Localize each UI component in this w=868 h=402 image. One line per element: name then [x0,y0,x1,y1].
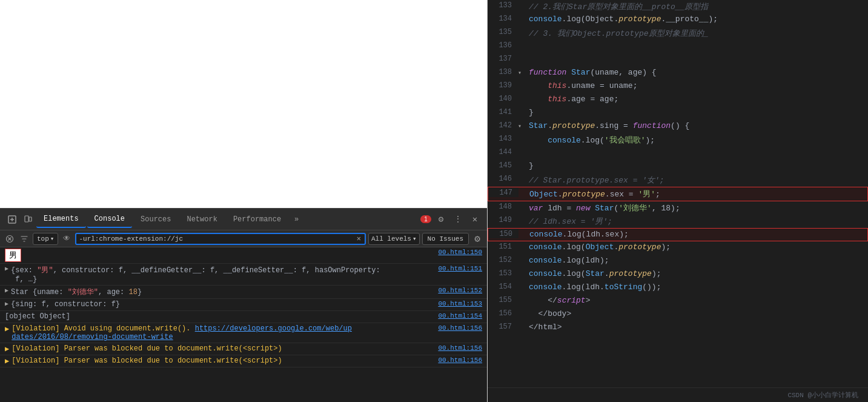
collapse-145 [518,160,526,162]
collapse-148 [518,201,526,204]
entry-8-content: [Violation] Parser was blocked due to do… [12,357,433,365]
entry-1-source[interactable]: 00.html:150 [438,249,482,256]
code-line-138: 138 ▾ function Star(uname, age) { [488,67,868,80]
entry-2-source[interactable]: 00.html:151 [438,265,482,272]
collapse-142[interactable]: ▾ [518,120,526,130]
code-line-147: 147 Object.prototype.sex = '男'; [488,187,868,201]
line-num-133: 133 [488,0,518,10]
entry-4-source[interactable]: 00.html:153 [438,300,482,307]
code-editor[interactable]: 133 // 2.我们Star原型对象里面的__proto__原型指 134 c… [488,0,868,387]
collapse-153 [518,268,526,270]
filter-button[interactable] [18,233,30,245]
close-devtools-button[interactable]: ✕ [468,212,482,227]
collapse-155 [518,295,526,297]
filter-input[interactable] [79,235,355,243]
entry-3-source[interactable]: 00.html:152 [438,287,482,294]
context-selector[interactable]: top ▾ [33,233,58,245]
console-entry-8: ▶ [Violation] Parser was blocked due to … [0,355,487,367]
settings-button[interactable]: ⚙ [434,212,448,227]
code-line-151: 151 console.log(Object.prototype); [488,241,868,255]
context-dropdown-icon: ▾ [50,235,55,243]
line-num-139: 139 [488,80,518,90]
collapse-151 [518,241,526,244]
entry-1-content: 男 [5,249,433,262]
tab-console[interactable]: Console [87,211,132,228]
viewport-area [0,0,487,208]
entry-6-source[interactable]: 00.html:156 [438,324,482,332]
collapse-147 [518,187,527,190]
more-tabs-button[interactable]: » [290,213,303,226]
code-line-145: 145 } [488,160,868,173]
console-toolbar: top ▾ 👁 ✕ All levels ▾ No Issues ⚙ [0,230,487,247]
line-num-150: 150 [488,229,518,238]
console-entry-1: 男 00.html:150 [0,247,487,264]
entry-7-content: [Violation] Parser was blocked due to do… [12,344,433,353]
console-entry-6: ▶ [Violation] Avoid using document.write… [0,323,487,343]
clear-console-button[interactable] [4,233,16,245]
eye-button[interactable]: 👁 [61,233,73,245]
line-content-138: function Star(uname, age) { [526,67,868,78]
violation-link-6b[interactable]: dates/2016/08/removing-document-write [12,333,173,341]
filter-clear-button[interactable]: ✕ [356,234,362,243]
line-num-141: 141 [488,107,518,116]
line-content-151: console.log(Object.prototype); [526,241,868,253]
entry-8-source[interactable]: 00.html:156 [438,357,482,364]
code-line-142: 142 ▾ Star.prototype.sing = function() { [488,120,868,133]
line-content-154: console.log(ldh.toString()); [526,281,868,293]
line-content-146: // Star.prototype.sex = '女'; [526,173,868,187]
log-level-label: All levels [371,235,411,243]
code-line-136: 136 [488,40,868,53]
line-num-152: 152 [488,255,518,264]
no-issues-button[interactable]: No Issues [422,233,469,245]
devtools-actions: 1 ⚙ ⋮ ✕ [420,212,482,227]
tab-sources[interactable]: Sources [133,212,178,227]
line-content-149: // ldh.sex = '男'; [526,215,868,228]
line-num-134: 134 [488,13,518,23]
console-settings-button[interactable]: ⚙ [471,233,483,245]
code-line-154: 154 console.log(ldh.toString()); [488,281,868,295]
line-num-140: 140 [488,93,518,103]
element-selector-icon[interactable] [5,212,19,227]
line-num-151: 151 [488,241,518,251]
violation-link-6[interactable]: https://developers.google.com/web/up [195,324,352,333]
tab-performance[interactable]: Performance [226,212,288,227]
code-line-135: 135 // 3. 我们Object.prototype原型对象里面的_ [488,27,868,40]
console-entry-5: [object Object] 00.html:154 [0,311,487,323]
svg-rect-1 [25,216,28,222]
collapse-135 [518,27,526,29]
entry-7-source[interactable]: 00.html:156 [438,344,482,352]
collapse-152 [518,255,526,257]
line-num-156: 156 [488,308,518,318]
error-badge: 1 [420,215,431,223]
line-content-136 [526,40,868,42]
collapse-139 [518,80,526,82]
entry-6-content: [Violation] Avoid using document.write()… [12,324,433,341]
line-content-156: </body> [526,308,868,320]
filter-input-container: ✕ [75,233,366,245]
line-content-134: console.log(Object.prototype.__proto__); [526,13,868,25]
device-mode-icon[interactable] [21,212,35,227]
line-num-148: 148 [488,201,518,211]
expand-arrow-2[interactable]: ▶ [5,265,8,272]
tab-network[interactable]: Network [179,212,224,227]
collapse-134 [518,13,526,16]
collapse-138[interactable]: ▾ [518,67,526,76]
line-content-141: } [526,107,868,118]
line-num-136: 136 [488,40,518,50]
line-content-152: console.log(ldh); [526,255,868,266]
code-line-153: 153 console.log(Star.prototype); [488,268,868,281]
expand-arrow-4[interactable]: ▶ [5,300,8,307]
expand-arrow-3[interactable]: ▶ [5,287,8,294]
svg-rect-2 [29,217,31,221]
log-level-selector[interactable]: All levels ▾ [368,233,420,245]
tab-elements[interactable]: Elements [36,211,86,228]
code-line-146: 146 // Star.prototype.sex = '女'; [488,173,868,187]
no-issues-label: No Issues [428,235,463,243]
violation-icon-7: ▶ [5,344,9,353]
line-content-148: var ldh = new Star('刘德华', 18); [526,201,868,215]
code-line-156: 156 </body> [488,308,868,321]
entry-5-source[interactable]: 00.html:154 [438,312,482,320]
more-options-button[interactable]: ⋮ [451,212,465,227]
line-content-140: this.age = age; [526,93,868,105]
console-output[interactable]: 男 00.html:150 ▶ {sex: "男", constructor: … [0,247,487,402]
